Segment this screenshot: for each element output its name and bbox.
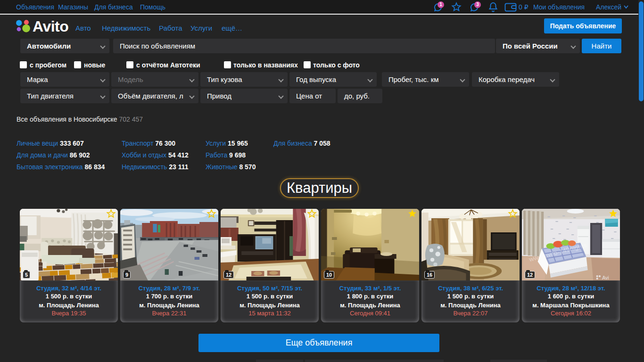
svg-text:Avi: Avi	[602, 275, 609, 280]
